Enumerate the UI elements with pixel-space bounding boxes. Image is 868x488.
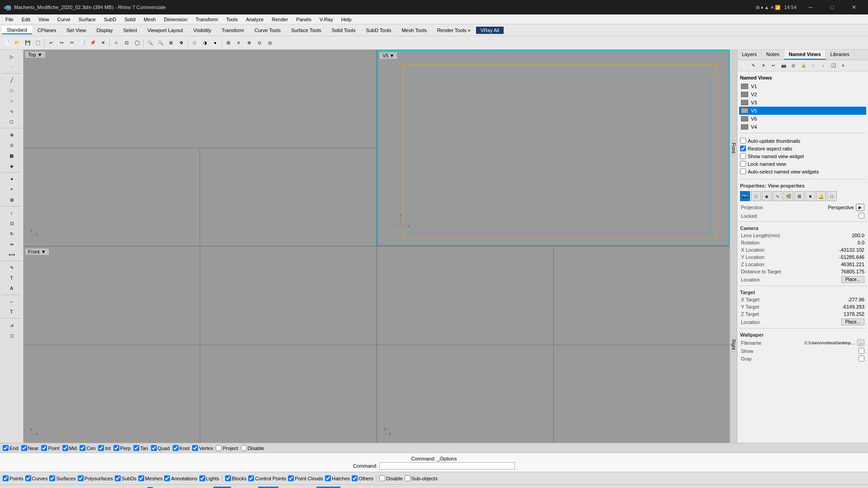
pt-delete[interactable]: ✕ [759, 61, 768, 70]
view-icon-curve[interactable]: ∿ [773, 191, 783, 201]
lt-line[interactable]: ╱ [2, 75, 22, 85]
viewport-front[interactable]: Front ▼ z ↑ → x [24, 247, 376, 443]
snap-btn[interactable]: ⊙ [255, 38, 264, 48]
tab-standard[interactable]: Standard [2, 26, 32, 34]
obj-subds[interactable]: SubDs [115, 475, 137, 481]
menu-subd[interactable]: SubD [100, 16, 120, 23]
obj-point-clouds[interactable]: Point Clouds [288, 475, 323, 481]
panel-tab-named-views[interactable]: Named Views [784, 50, 826, 60]
lt-select[interactable]: ▷ [2, 52, 22, 61]
pt-edit[interactable]: ✎ [749, 61, 758, 70]
menu-dimension[interactable]: Dimension [160, 16, 191, 23]
view-icon-env[interactable]: 🌿 [783, 191, 793, 201]
viewport-perspective-label[interactable]: V5 ▼ [380, 52, 397, 59]
tab-curve-tools[interactable]: Curve Tools [250, 26, 286, 34]
menu-help[interactable]: Help [338, 16, 355, 23]
lt-copy[interactable]: ⊡ [2, 218, 22, 228]
menu-panels[interactable]: Panels [292, 16, 315, 23]
menu-solid[interactable]: Solid [121, 16, 139, 23]
nv-item-v1[interactable]: V1 [739, 82, 866, 90]
pt-menu[interactable]: ≡ [839, 61, 848, 70]
osnap-mid[interactable]: Mid [62, 445, 77, 451]
zoom-all-btn[interactable]: ⊞ [166, 38, 176, 48]
pt-new[interactable]: 📄 [739, 61, 748, 70]
tab-transform[interactable]: Transform [217, 26, 249, 34]
layer-btn[interactable]: ⊞ [223, 38, 233, 48]
shade-btn[interactable]: ◑ [200, 38, 210, 48]
view-icon-rect[interactable]: □ [751, 191, 761, 201]
view-icon-mesh[interactable]: ◈ [762, 191, 772, 201]
props-btn[interactable]: ≡ [234, 38, 244, 48]
menu-file[interactable]: File [2, 16, 17, 23]
osnap-btn[interactable]: ◎ [265, 38, 275, 48]
osnap-end[interactable]: End [3, 445, 19, 451]
tab-mesh-tools[interactable]: Mesh Tools [396, 26, 431, 34]
tab-surface-tools[interactable]: Surface Tools [286, 26, 326, 34]
lt-rotate[interactable]: ↻ [2, 229, 22, 239]
auto-update-checkbox[interactable] [740, 138, 746, 144]
lt-curve[interactable]: ∿ [2, 106, 22, 116]
viewport-front-label[interactable]: Front ▼ [25, 249, 49, 255]
tab-cplanes[interactable]: CPlanes [33, 26, 61, 34]
wire-btn[interactable]: □ [189, 38, 199, 48]
lt-rect[interactable]: □ [2, 85, 22, 95]
saveas-btn[interactable]: 📋 [33, 38, 43, 48]
lt-text[interactable]: T [2, 307, 22, 317]
show-checkbox[interactable] [859, 348, 864, 354]
target-place-btn[interactable]: Place... [841, 319, 864, 325]
minimize-button[interactable]: ─ [800, 0, 821, 14]
obj-sub-objects[interactable]: Sub-objects [405, 475, 438, 481]
osnap-int[interactable]: Int [98, 445, 110, 451]
osnap-knot[interactable]: Knot [173, 445, 190, 451]
planar-btn[interactable]: Planar [235, 487, 255, 488]
view-icon-grid[interactable]: ⊞ [794, 191, 804, 201]
lt-mirror[interactable]: ⟺ [2, 249, 22, 259]
viewport-perspective[interactable]: V5 ▼ x z [377, 50, 730, 246]
gray-checkbox[interactable] [859, 356, 864, 361]
tab-display[interactable]: Display [91, 26, 118, 34]
gumball-btn[interactable]: ⊕ [244, 38, 254, 48]
lt-extrude[interactable]: ⊕ [2, 130, 22, 140]
tab-select[interactable]: Select [118, 26, 142, 34]
tab-viewport-layout[interactable]: Viewport Layout [142, 26, 188, 34]
panel-tab-notes[interactable]: Notes [762, 50, 784, 60]
obj-lights[interactable]: Lights [199, 475, 219, 481]
tab-visibility[interactable]: Visibility [189, 26, 217, 34]
tab-render-tools[interactable]: Render Tools » [432, 26, 476, 34]
osnap-near[interactable]: Near [21, 445, 39, 451]
tab-vray-all[interactable]: VRay All [476, 27, 504, 34]
copy-btn[interactable]: 📑 [77, 38, 87, 48]
obj-surfaces[interactable]: Surfaces [49, 475, 75, 481]
lt-analyze[interactable]: ⊿ [2, 320, 22, 330]
obj-disable[interactable]: Disable [379, 475, 403, 481]
delete-btn[interactable]: ✕ [98, 38, 108, 48]
obj-polysurfaces[interactable]: Polysurfaces [78, 475, 113, 481]
osnap-point[interactable]: Point [41, 445, 59, 451]
lt-scale[interactable]: ⇔ [2, 239, 22, 249]
tab-set-view[interactable]: Set View [61, 26, 91, 34]
tab-subd-tools[interactable]: SubD Tools [361, 26, 396, 34]
restore-aspect-checkbox[interactable] [740, 145, 746, 151]
select-btn[interactable]: ⊹ [111, 38, 121, 48]
lt-fillet[interactable]: A [2, 283, 22, 293]
save-btn[interactable]: 💾 [23, 38, 33, 48]
lt-render[interactable]: ◻ [2, 330, 22, 340]
record-history-btn[interactable]: Record History [344, 487, 382, 488]
osnap-project[interactable]: Project [216, 445, 238, 451]
lt-split[interactable]: T [2, 273, 22, 283]
render-btn[interactable]: ● [210, 38, 220, 48]
obj-control-points[interactable]: Control Points [248, 475, 286, 481]
lt-boolean-u[interactable]: ✦ [2, 174, 22, 184]
nv-item-v5[interactable]: V5 [739, 107, 866, 115]
pt-target[interactable]: ◎ [789, 61, 798, 70]
osnap-vertex[interactable]: Vertex [192, 445, 213, 451]
smart-track-btn[interactable]: SmartTrack [282, 487, 313, 488]
menu-mesh[interactable]: Mesh [140, 16, 160, 23]
lt-revolve[interactable]: ◈ [2, 161, 22, 171]
locked-checkbox[interactable] [859, 213, 864, 219]
lt-circle[interactable]: ○ [2, 96, 22, 106]
menu-vray[interactable]: V-Ray [316, 16, 337, 23]
cam-place-btn[interactable]: Place... [841, 276, 864, 283]
cut-btn[interactable]: ✂ [67, 38, 77, 48]
zoom-out-btn[interactable]: 🔍 [156, 38, 165, 48]
